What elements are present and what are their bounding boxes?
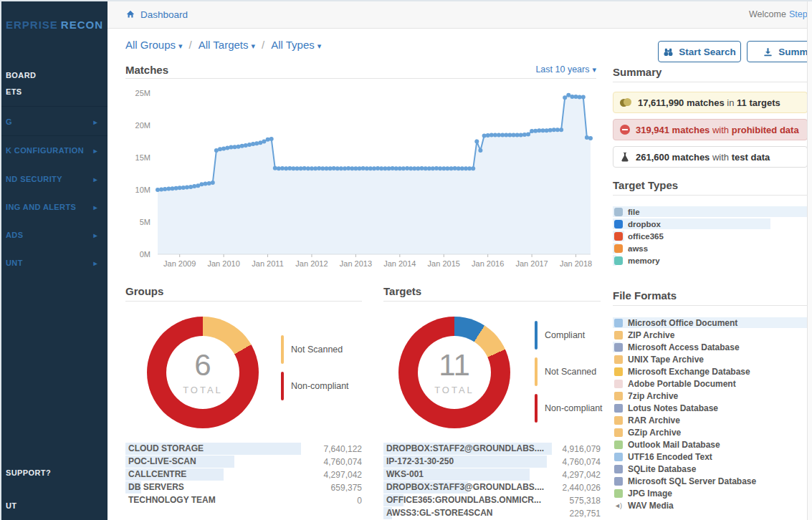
office365-target-icon xyxy=(614,232,623,241)
sidebar-item-need-support[interactable]: SUPPORT? xyxy=(0,468,108,477)
file-format-row[interactable]: GZip Archive xyxy=(613,426,808,438)
group-name: POC-LIVE-SCAN xyxy=(125,456,301,468)
file-format-row[interactable]: Microsoft Exchange Database xyxy=(613,365,808,377)
time-range-dropdown[interactable]: Last 10 years xyxy=(502,64,596,74)
file-format-row[interactable]: Lotus Notes Database xyxy=(613,402,808,414)
rar-archive-icon xyxy=(614,416,623,425)
all-targets-dropdown[interactable]: All Targets xyxy=(199,39,255,51)
target-row[interactable]: IP-172-31-30-250 4,760,074 xyxy=(383,456,601,468)
legend-color-bar xyxy=(535,321,538,350)
file-formats-title: File Formats xyxy=(613,289,677,302)
file-format-label: Microsoft Exchange Database xyxy=(628,367,750,377)
target-row[interactable]: OFFICE365:GROUNDLABS.ONMICR... 575,318 xyxy=(383,494,601,506)
file-format-row[interactable]: JPG Image xyxy=(613,487,808,499)
file-format-row[interactable]: Microsoft Office Document xyxy=(613,317,808,329)
breadcrumb-dashboard[interactable]: Dashboard xyxy=(125,0,188,29)
home-icon xyxy=(125,9,135,19)
file-format-row[interactable]: RAR Archive xyxy=(613,414,808,426)
chevron-right-icon xyxy=(94,231,97,239)
sidebar-item-users-and-security[interactable]: ND SECURITY xyxy=(0,175,108,183)
sidebar-item-reporting-and-alerts[interactable]: ING AND ALERTS xyxy=(0,203,108,211)
file-format-row[interactable]: ◄) WAV Media xyxy=(613,499,808,511)
target-name: DROPBOX:STAFF3@GROUNDLABS.... xyxy=(383,481,552,493)
all-groups-dropdown[interactable]: All Groups xyxy=(125,39,183,51)
legend-color-bar xyxy=(281,372,284,400)
zip-archive-icon xyxy=(614,331,623,340)
target-type-row[interactable]: memory xyxy=(613,255,808,266)
target-row[interactable]: WKS-001 4,297,042 xyxy=(383,468,601,481)
test-data-matches-summary[interactable]: 261,600 matches with test data xyxy=(613,146,808,168)
file-format-row[interactable]: Outlook Mail Database xyxy=(613,438,808,451)
file-format-row[interactable]: ZIP Archive xyxy=(613,329,808,341)
file-format-row[interactable]: UTF16 Encoded Text xyxy=(613,451,808,463)
target-type-row[interactable]: office365 xyxy=(613,231,808,241)
sidebar: ERPRISERECON BOARD ETS G K CONFIGURATION… xyxy=(0,0,108,520)
summary-report-button[interactable]: Summary xyxy=(747,41,812,62)
file-format-label: 7zip Archive xyxy=(628,391,678,401)
group-row[interactable]: POC-LIVE-SCAN 4,760,074 xyxy=(125,456,362,468)
targets-total-label: TOTAL xyxy=(434,385,474,395)
ms-office-document-icon xyxy=(614,319,623,327)
target-name: WKS-001 xyxy=(383,468,552,481)
groups-donut-chart: 6 TOTAL xyxy=(147,317,259,428)
groups-legend: Not Scanned Non-compliant xyxy=(281,335,349,400)
legend-color-bar xyxy=(535,394,538,423)
target-match-count: 229,751 xyxy=(552,509,601,519)
sidebar-item-network-configuration[interactable]: K CONFIGURATION xyxy=(0,146,108,155)
target-type-row[interactable]: dropbox xyxy=(613,218,808,229)
svg-text:Jan 2009: Jan 2009 xyxy=(163,259,196,268)
group-row[interactable]: DB SERVERS 659,375 xyxy=(125,481,362,493)
sidebar-item-dashboard[interactable]: BOARD xyxy=(0,71,108,80)
summary-panel-title: Summary xyxy=(613,66,661,78)
file-format-row[interactable]: SQLite Database xyxy=(613,463,808,475)
prohibited-matches-summary[interactable]: 319,941 matches with prohibited data xyxy=(613,119,808,140)
lotus-notes-database-icon xyxy=(614,404,623,413)
legend-color-bar xyxy=(535,357,538,386)
target-type-row[interactable]: file xyxy=(613,206,808,217)
group-row[interactable]: CLOUD STORAGE 7,640,122 xyxy=(125,443,362,455)
group-name: CLOUD STORAGE xyxy=(125,443,301,455)
start-search-button[interactable]: Start Search xyxy=(658,41,741,62)
dropbox-target-icon xyxy=(614,220,623,228)
target-type-label: dropbox xyxy=(628,220,661,228)
sidebar-item-targets[interactable]: ETS xyxy=(0,87,108,96)
svg-text:15M: 15M xyxy=(135,153,151,162)
group-match-count: 7,640,122 xyxy=(301,444,362,454)
chevron-right-icon xyxy=(94,175,97,183)
total-matches-summary[interactable]: 17,611,990 matches in 11 targets xyxy=(613,92,808,113)
file-format-label: UTF16 Encoded Text xyxy=(628,452,712,462)
target-row[interactable]: AWSS3:GL-STORE4SCAN 229,751 xyxy=(383,507,601,519)
legend-item: Not Scanned xyxy=(535,357,603,386)
file-format-row[interactable]: 7zip Archive xyxy=(613,390,808,402)
group-match-count: 4,297,042 xyxy=(301,470,362,480)
file-format-label: Outlook Mail Database xyxy=(628,440,720,450)
sidebar-item-logout[interactable]: UT xyxy=(0,501,108,510)
groups-panel-title: Groups xyxy=(125,285,163,297)
file-format-row[interactable]: Microsoft Access Database xyxy=(613,341,808,353)
sidebar-item-account[interactable]: UNT xyxy=(0,259,108,267)
sidebar-item-licensing[interactable]: G xyxy=(0,117,108,126)
target-type-label: memory xyxy=(628,256,660,265)
target-type-row[interactable]: awss xyxy=(613,243,808,254)
svg-text:25M: 25M xyxy=(135,89,151,97)
groups-donut-center: 6 TOTAL xyxy=(166,336,239,409)
file-format-row[interactable]: Microsoft SQL Server Database xyxy=(613,475,808,487)
gzip-archive-icon xyxy=(614,428,623,437)
all-types-dropdown[interactable]: All Types xyxy=(271,39,321,51)
unix-tape-archive-icon xyxy=(614,355,623,364)
group-row[interactable]: TECHNOLOGY TEAM 0 xyxy=(125,494,362,506)
svg-text:Jan 2011: Jan 2011 xyxy=(252,259,283,268)
target-type-label: office365 xyxy=(628,232,664,241)
scrollbar-track[interactable] xyxy=(807,0,812,520)
target-row[interactable]: DROPBOX:STAFF3@GROUNDLABS.... 2,440,026 xyxy=(383,481,601,493)
file-format-row[interactable]: UNIX Tape Archive xyxy=(613,353,808,365)
group-row[interactable]: CALLCENTRE 4,297,042 xyxy=(125,468,362,481)
group-name: DB SERVERS xyxy=(125,481,301,493)
file-format-row[interactable]: Adobe Portable Document xyxy=(613,377,808,390)
coins-icon xyxy=(620,98,632,107)
sidebar-item-downloads[interactable]: ADS xyxy=(0,231,108,239)
target-row[interactable]: DROPBOX:STAFF2@GROUNDLABS.... 4,916,079 xyxy=(383,443,601,455)
memory-target-icon xyxy=(614,256,623,265)
test-flask-icon xyxy=(620,152,630,163)
target-type-label: awss xyxy=(628,244,648,253)
